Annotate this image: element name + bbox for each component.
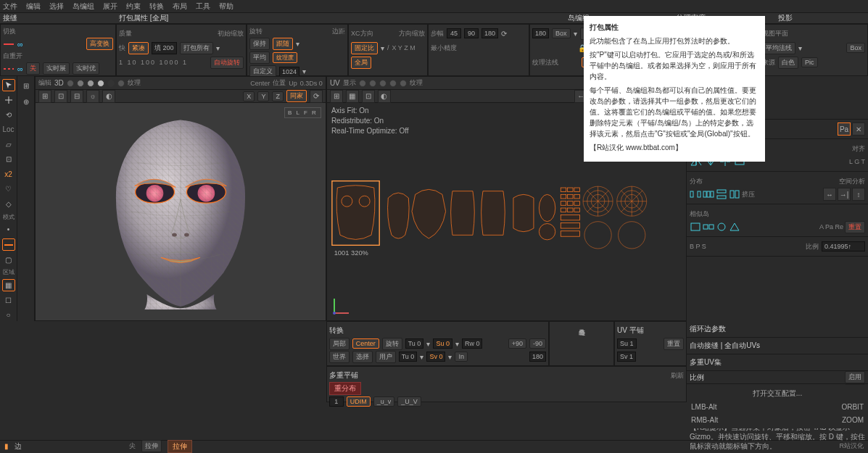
vp3d-proc[interactable]: 纹理 bbox=[128, 78, 141, 88]
up-label[interactable]: Up bbox=[289, 80, 297, 87]
dropdown-icon[interactable]: ▾ bbox=[798, 44, 802, 52]
pa-button[interactable]: Pa bbox=[838, 122, 851, 136]
v1024[interactable]: 1024 bbox=[279, 67, 299, 77]
vp3d-content[interactable]: B L F R bbox=[36, 103, 326, 320]
icon-button[interactable]: ☼ bbox=[86, 90, 99, 103]
dropdown-icon[interactable]: ▾ bbox=[381, 44, 384, 52]
dropdown-icon[interactable]: ▾ bbox=[420, 353, 423, 361]
sync-button[interactable]: 同家 bbox=[286, 90, 307, 102]
icon-button[interactable]: ⊞ bbox=[330, 90, 343, 103]
face-icon[interactable]: ▢ bbox=[2, 254, 15, 266]
tab-projection[interactable]: 投影 bbox=[778, 13, 865, 23]
snap-icon[interactable] bbox=[703, 222, 714, 232]
menu-constraint[interactable]: 约束 bbox=[126, 1, 141, 12]
menu-file[interactable]: 文件 bbox=[3, 1, 17, 12]
shading-dot[interactable] bbox=[379, 80, 387, 87]
snap-icon[interactable] bbox=[716, 222, 727, 232]
center-label[interactable]: Center bbox=[250, 80, 270, 87]
highlight-button[interactable]: 高变换 bbox=[86, 38, 113, 50]
squeeze-label[interactable]: 挤压 bbox=[742, 190, 755, 199]
sel-button[interactable]: 选择 bbox=[352, 351, 373, 363]
dropdown-icon[interactable]: ▾ bbox=[455, 340, 459, 348]
reset-button[interactable]: 重置 bbox=[664, 338, 684, 350]
m90-button[interactable]: -90 bbox=[529, 338, 546, 349]
icon-button[interactable]: ◐ bbox=[378, 90, 391, 103]
shield-icon[interactable]: ♡ bbox=[2, 183, 15, 196]
icon-button[interactable]: ◐ bbox=[102, 90, 115, 103]
move-tool-icon[interactable] bbox=[2, 94, 15, 107]
shading-dot[interactable] bbox=[97, 80, 104, 87]
openinteract-link[interactable]: 打开交互配置... bbox=[691, 387, 864, 400]
dropdown-icon[interactable]: ▾ bbox=[302, 67, 306, 75]
multiuv-title[interactable]: 多重UV集 bbox=[690, 357, 722, 367]
shading-dot[interactable] bbox=[400, 80, 407, 87]
pic-button[interactable]: Pic bbox=[801, 57, 818, 67]
pivot-button[interactable]: 旋转 bbox=[382, 338, 402, 350]
box-button[interactable]: Box bbox=[552, 28, 571, 38]
vpuv-disp[interactable]: 显示 bbox=[343, 78, 356, 88]
v180[interactable]: 180 bbox=[529, 352, 546, 362]
icon-button[interactable]: ▦ bbox=[346, 90, 359, 103]
dropdown-icon[interactable]: ▾ bbox=[448, 353, 452, 361]
apply-button[interactable]: 启用 bbox=[845, 371, 865, 383]
dropdown-icon[interactable]: ▾ bbox=[574, 30, 577, 38]
x-icon[interactable]: ✕ bbox=[852, 122, 865, 136]
keep-button[interactable]: 保持 bbox=[249, 38, 270, 50]
dot-icon[interactable]: • bbox=[2, 224, 15, 236]
follow-button[interactable]: 跟随 bbox=[273, 38, 293, 50]
menu-help[interactable]: 帮助 bbox=[219, 1, 233, 12]
center-button[interactable]: Center bbox=[352, 338, 379, 349]
fill-value[interactable]: 填 200 bbox=[152, 42, 177, 54]
shading-dot[interactable] bbox=[369, 80, 376, 87]
ratio-input[interactable] bbox=[822, 241, 865, 252]
vp3d-mode[interactable]: 编辑 bbox=[38, 78, 51, 88]
snap-icon[interactable] bbox=[729, 222, 740, 232]
menu-tools[interactable]: 工具 bbox=[196, 1, 210, 12]
shading-dot[interactable] bbox=[87, 80, 94, 87]
menu-islandgroup[interactable]: 岛编组 bbox=[73, 1, 94, 12]
dist-icon[interactable] bbox=[729, 189, 740, 199]
autopack-button[interactable]: 自动旋转 bbox=[210, 57, 244, 69]
sv1-value[interactable]: Sv 1 bbox=[617, 352, 636, 362]
similarity-button[interactable]: 纹理度 bbox=[273, 52, 297, 63]
autoseam-title[interactable]: 自动接缝 | 全自动UVs bbox=[690, 340, 760, 351]
user-button[interactable]: 用户 bbox=[376, 351, 396, 363]
su1-value[interactable]: Su 1 bbox=[617, 338, 637, 349]
realtime-opt-button[interactable]: 实时优 bbox=[73, 62, 99, 75]
region-icon[interactable]: ▦ bbox=[2, 279, 15, 291]
step90[interactable]: 90 bbox=[464, 28, 479, 38]
loop-title[interactable]: 循环边参数 bbox=[690, 323, 726, 334]
menu-edit[interactable]: 编辑 bbox=[26, 1, 41, 12]
vertex-icon[interactable]: ⊞ bbox=[20, 79, 33, 92]
posneg-label[interactable]: 位置 bbox=[273, 78, 286, 88]
extend-button[interactable]: 拉伸 bbox=[168, 440, 192, 453]
mag-icon[interactable]: ⊕ bbox=[20, 95, 33, 108]
dist-icon[interactable] bbox=[716, 189, 727, 199]
stretch-button[interactable]: 拉伸 bbox=[141, 440, 162, 452]
step45[interactable]: 45 bbox=[447, 28, 461, 38]
blfr-widget[interactable]: B L F R bbox=[284, 107, 321, 118]
snap-icon[interactable] bbox=[690, 222, 701, 232]
avg-button[interactable]: 平均 bbox=[249, 51, 270, 64]
box-button[interactable]: Box bbox=[846, 43, 865, 53]
refresh-icon[interactable]: ⟳ bbox=[501, 30, 507, 38]
vpuv-proc[interactable]: 纹理 bbox=[410, 78, 423, 88]
dropdown-icon[interactable]: ▾ bbox=[426, 340, 430, 348]
precise-button[interactable]: 紧凑 bbox=[128, 42, 149, 54]
in-button[interactable]: In bbox=[455, 352, 468, 362]
shading-dot[interactable] bbox=[389, 80, 397, 87]
white-button[interactable]: 白色 bbox=[778, 57, 798, 69]
su-value[interactable]: Su 0 bbox=[433, 338, 452, 349]
global-button[interactable]: 全局 bbox=[351, 57, 371, 69]
arrow-tool-icon[interactable] bbox=[2, 79, 15, 91]
world-button[interactable]: 世界 bbox=[329, 351, 350, 363]
refresh-icon[interactable]: ⟳ bbox=[310, 90, 323, 103]
sv-value[interactable]: Sv 0 bbox=[426, 352, 445, 362]
arrow-icon[interactable]: →| bbox=[838, 188, 851, 201]
menu-select[interactable]: 选择 bbox=[49, 1, 64, 12]
shading-dot[interactable] bbox=[107, 80, 115, 87]
dropdown-icon[interactable]: ▾ bbox=[216, 44, 220, 52]
bps-label[interactable]: B P S bbox=[690, 243, 706, 250]
reset-button[interactable]: 重置 bbox=[845, 221, 865, 233]
tab-packprops[interactable]: 打包属性 [全局] bbox=[119, 13, 561, 23]
